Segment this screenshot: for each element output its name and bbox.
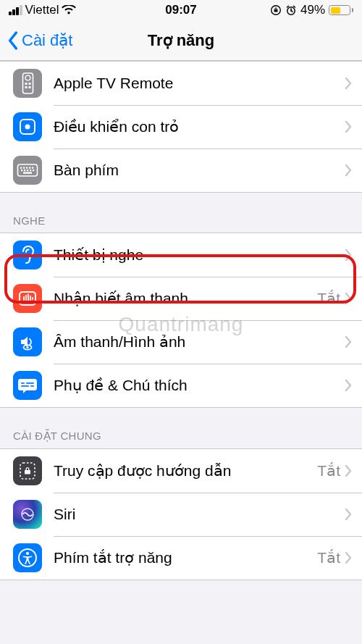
cell-pointer-control[interactable]: Điều khiển con trỏ bbox=[0, 105, 362, 149]
svg-rect-16 bbox=[21, 170, 22, 171]
cell-sound-recognition[interactable]: Nhận biết âm thanh Tắt bbox=[0, 277, 362, 320]
svg-rect-32 bbox=[21, 385, 29, 387]
navigation-bar: Cài đặt Trợ năng bbox=[0, 20, 362, 61]
wifi-icon bbox=[62, 5, 76, 15]
siri-icon bbox=[13, 500, 42, 529]
sound-recognition-icon bbox=[13, 284, 42, 313]
status-left: Viettel bbox=[9, 3, 165, 17]
cell-detail: Tắt bbox=[317, 549, 340, 566]
svg-rect-20 bbox=[33, 170, 34, 171]
svg-point-37 bbox=[26, 552, 29, 555]
section-header-hearing: NGHE bbox=[0, 193, 362, 233]
svg-point-29 bbox=[26, 346, 28, 348]
status-right: 49% bbox=[197, 3, 353, 17]
svg-rect-31 bbox=[26, 382, 34, 384]
audio-visual-icon bbox=[13, 327, 42, 356]
svg-rect-4 bbox=[25, 83, 27, 85]
cell-label: Nhận biết âm thanh bbox=[54, 290, 317, 307]
section-hearing: NGHE Thiết bị nghe Nhận biết âm thanh Tắ… bbox=[0, 193, 362, 408]
cell-detail: Tắt bbox=[317, 290, 340, 307]
cell-label: Thiết bị nghe bbox=[54, 246, 345, 264]
svg-rect-12 bbox=[23, 167, 25, 169]
chevron-right-icon bbox=[345, 551, 352, 564]
svg-rect-5 bbox=[28, 83, 30, 85]
section-physical-motor: Apple TV Remote Điều khiển con trỏ Bàn p… bbox=[0, 61, 362, 193]
cell-keyboards[interactable]: Bàn phím bbox=[0, 149, 362, 192]
pointer-control-icon bbox=[13, 112, 42, 141]
battery-percent: 49% bbox=[300, 3, 325, 17]
page-title: Trợ năng bbox=[0, 31, 362, 50]
section-header-general: CÀI ĐẶT CHUNG bbox=[0, 408, 362, 448]
cell-audio-visual[interactable]: Âm thanh/Hình ảnh bbox=[0, 320, 362, 364]
cell-label: Truy cập được hướng dẫn bbox=[54, 462, 317, 480]
cell-label: Âm thanh/Hình ảnh bbox=[54, 333, 345, 351]
alarm-icon bbox=[285, 4, 297, 16]
svg-rect-33 bbox=[30, 385, 34, 387]
chevron-right-icon bbox=[345, 464, 352, 477]
svg-rect-15 bbox=[32, 167, 33, 169]
svg-rect-21 bbox=[23, 172, 32, 174]
cell-subtitles-captioning[interactable]: Phụ đề & Chú thích bbox=[0, 364, 362, 407]
subtitles-icon bbox=[13, 371, 42, 400]
cell-label: Phím tắt trợ năng bbox=[54, 549, 317, 566]
svg-rect-2 bbox=[22, 73, 33, 93]
cell-label: Bàn phím bbox=[54, 162, 345, 179]
accessibility-icon bbox=[13, 543, 42, 572]
status-time: 09:07 bbox=[165, 3, 196, 17]
chevron-right-icon bbox=[345, 379, 352, 392]
cell-guided-access[interactable]: Truy cập được hướng dẫn Tắt bbox=[0, 449, 362, 493]
status-bar: Viettel 09:07 49% bbox=[0, 0, 362, 20]
cell-label: Phụ đề & Chú thích bbox=[54, 377, 345, 394]
cellular-signal-icon bbox=[9, 5, 22, 15]
svg-point-9 bbox=[25, 125, 30, 130]
chevron-right-icon bbox=[345, 120, 352, 133]
battery-icon bbox=[329, 5, 353, 15]
cell-hearing-devices[interactable]: Thiết bị nghe bbox=[0, 233, 362, 277]
chevron-right-icon bbox=[345, 248, 352, 262]
chevron-right-icon bbox=[345, 508, 352, 521]
chevron-right-icon bbox=[345, 292, 352, 305]
svg-rect-19 bbox=[30, 170, 31, 171]
svg-rect-18 bbox=[27, 170, 28, 171]
orientation-lock-icon bbox=[270, 4, 282, 16]
cell-apple-tv-remote[interactable]: Apple TV Remote bbox=[0, 62, 362, 105]
svg-rect-11 bbox=[20, 167, 22, 169]
cell-label: Siri bbox=[54, 506, 345, 523]
apple-tv-remote-icon bbox=[13, 69, 42, 98]
svg-rect-13 bbox=[26, 167, 28, 169]
carrier-label: Viettel bbox=[25, 3, 59, 17]
svg-rect-7 bbox=[28, 86, 30, 88]
guided-access-icon bbox=[13, 456, 42, 485]
svg-point-3 bbox=[25, 75, 30, 80]
svg-rect-6 bbox=[25, 86, 27, 88]
section-general: CÀI ĐẶT CHUNG Truy cập được hướng dẫn Tắ… bbox=[0, 408, 362, 580]
cell-siri[interactable]: Siri bbox=[0, 493, 362, 536]
chevron-right-icon bbox=[345, 77, 352, 90]
cell-label: Điều khiển con trỏ bbox=[54, 118, 345, 135]
cell-detail: Tắt bbox=[317, 462, 340, 480]
cell-label: Apple TV Remote bbox=[54, 75, 345, 92]
svg-rect-14 bbox=[29, 167, 30, 169]
svg-rect-17 bbox=[24, 170, 25, 171]
svg-rect-30 bbox=[21, 382, 25, 384]
cell-accessibility-shortcut[interactable]: Phím tắt trợ năng Tắt bbox=[0, 536, 362, 580]
ear-icon bbox=[13, 241, 42, 269]
keyboard-icon bbox=[13, 156, 42, 185]
chevron-right-icon bbox=[345, 164, 352, 177]
chevron-right-icon bbox=[345, 335, 352, 348]
